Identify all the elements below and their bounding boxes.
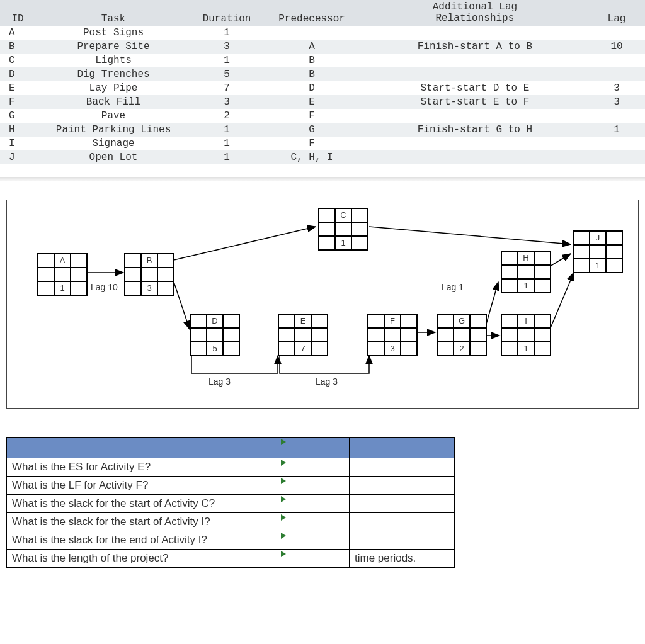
answer-input[interactable]: [282, 458, 350, 476]
answer-input[interactable]: [282, 476, 350, 494]
cell-id: H: [0, 123, 35, 137]
cell-id: G: [0, 109, 35, 123]
cell-task: Back Fill: [35, 95, 191, 109]
lag-label-10: Lag 10: [91, 282, 118, 292]
node-d: D 5: [190, 314, 240, 356]
question-text: What is the ES for Activity E?: [7, 458, 282, 476]
node-b: B 3: [124, 253, 174, 296]
cell-lag: [588, 67, 645, 81]
hdr-duration: Duration: [191, 0, 263, 26]
cell-duration: 5: [191, 67, 263, 81]
cell-predecessor: B: [262, 67, 362, 81]
question-row: What is the slack for the start of Activ…: [7, 494, 455, 512]
cell-lag-rel: [362, 67, 588, 81]
cell-lag-rel: Start-start E to F: [362, 95, 588, 109]
table-row: APost Signs1: [0, 26, 645, 40]
node-h: H 1: [501, 251, 551, 293]
cell-predecessor: F: [262, 109, 362, 123]
cell-task: Pave: [35, 109, 191, 123]
cell-task: Lights: [35, 54, 191, 67]
cell-lag: [588, 150, 645, 164]
cell-lag-rel: [362, 54, 588, 67]
cell-predecessor: C, H, I: [262, 150, 362, 164]
cell-task: Signage: [35, 137, 191, 150]
cell-lag: 10: [588, 40, 645, 54]
table-row: BPrepare Site3AFinish-start A to B10: [0, 40, 645, 54]
question-extra: [350, 512, 455, 531]
node-f: F 3: [367, 314, 418, 356]
lag-label-3a: Lag 3: [208, 376, 231, 387]
cell-lag-rel: [362, 150, 588, 164]
cell-duration: 1: [191, 26, 263, 40]
questions-header: [7, 437, 455, 458]
question-row: What is the ES for Activity E?: [7, 458, 455, 476]
node-c: C 1: [318, 208, 368, 251]
hdr-predecessor: Predecessor: [262, 0, 362, 26]
question-extra: [350, 531, 455, 549]
question-extra: [350, 476, 455, 494]
cell-task: Dig Trenches: [35, 67, 191, 81]
cell-id: D: [0, 67, 35, 81]
answer-input[interactable]: [282, 549, 350, 567]
cell-id: E: [0, 81, 35, 95]
table-row: CLights1B: [0, 54, 645, 67]
question-text: What is the length of the project?: [7, 549, 282, 567]
question-row: What is the LF for Activity F?: [7, 476, 455, 494]
cell-id: J: [0, 150, 35, 164]
cell-task: Post Signs: [35, 26, 191, 40]
svg-line-6: [369, 227, 571, 244]
node-a: A 1: [37, 253, 88, 296]
hdr-task: Task: [35, 0, 191, 26]
table-shadow: [0, 177, 645, 181]
node-e: E 7: [278, 314, 328, 356]
table-row: JOpen Lot1C, H, I: [0, 150, 645, 164]
svg-line-2: [174, 282, 190, 329]
cell-duration: 3: [191, 40, 263, 54]
cell-lag-rel: [362, 137, 588, 150]
table-row: ELay Pipe7DStart-start D to E3: [0, 81, 645, 95]
cell-lag: 1: [588, 123, 645, 137]
cell-task: Lay Pipe: [35, 81, 191, 95]
svg-line-8: [550, 273, 574, 329]
cell-predecessor: F: [262, 137, 362, 150]
cell-id: I: [0, 137, 35, 150]
node-g: G 2: [437, 314, 487, 356]
question-extra: [350, 458, 455, 476]
question-text: What is the slack for the start of Activ…: [7, 494, 282, 512]
aon-diagram: A 1 B 3 C 1 D 5 E 7 F 3 G 2 H 1 I 1: [6, 200, 639, 409]
node-j: J 1: [573, 230, 623, 273]
table-row: HPaint Parking Lines1GFinish-start G to …: [0, 123, 645, 137]
table-row: ISignage1F: [0, 137, 645, 150]
cell-duration: 2: [191, 109, 263, 123]
answer-input[interactable]: [282, 531, 350, 549]
cell-lag-rel: Finish-start A to B: [362, 40, 588, 54]
cell-lag: [588, 54, 645, 67]
cell-lag-rel: [362, 109, 588, 123]
question-text: What is the slack for the start of Activ…: [7, 512, 282, 531]
answer-input[interactable]: [282, 512, 350, 531]
cell-duration: 1: [191, 150, 263, 164]
cell-predecessor: G: [262, 123, 362, 137]
table-row: GPave2F: [0, 109, 645, 123]
lag-label-1: Lag 1: [442, 282, 464, 292]
svg-line-1: [174, 227, 316, 260]
hdr-id: ID: [0, 0, 35, 26]
cell-duration: 1: [191, 123, 263, 137]
cell-id: C: [0, 54, 35, 67]
svg-line-7: [550, 254, 571, 266]
table-row: DDig Trenches5B: [0, 67, 645, 81]
question-text: What is the slack for the end of Activit…: [7, 531, 282, 549]
hdr-lag-rel: Additional LagRelationships: [362, 0, 588, 26]
table-row: FBack Fill3EStart-start E to F3: [0, 95, 645, 109]
task-table: ID Task Duration Predecessor Additional …: [0, 0, 645, 164]
lag-label-3b: Lag 3: [316, 376, 338, 387]
cell-lag: 3: [588, 95, 645, 109]
cell-task: Open Lot: [35, 150, 191, 164]
cell-duration: 3: [191, 95, 263, 109]
cell-id: B: [0, 40, 35, 54]
answer-input[interactable]: [282, 494, 350, 512]
questions-table: What is the ES for Activity E?What is th…: [6, 437, 455, 568]
cell-task: Paint Parking Lines: [35, 123, 191, 137]
question-extra: [350, 494, 455, 512]
cell-lag-rel: Start-start D to E: [362, 81, 588, 95]
